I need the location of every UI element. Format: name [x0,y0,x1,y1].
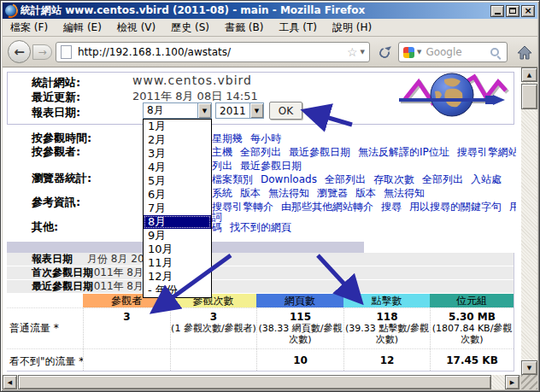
firefox-icon [5,5,16,16]
month-option[interactable]: - 年份 - [144,284,211,297]
pages-value: 10 [257,354,343,366]
month-option[interactable]: 6月 [144,188,211,202]
navigation-toolbar: ← → http://192.168.1.100/awstats/ ☆ ▼ ▼ … [3,37,537,67]
page-content: 統計網站: www.centos.vbird 最近更新: 2011年 8月 08… [3,67,521,375]
nav-link[interactable]: 入站處 [471,173,502,185]
ok-button[interactable]: OK [269,102,302,120]
menu-view[interactable]: 檢視 (V) [109,19,163,37]
nav-link[interactable]: 星期幾 [212,132,243,144]
horizontal-scrollbar[interactable]: ◀ ▶ [3,375,519,389]
visitors-value: 3 [84,311,170,323]
hits-value: 118 [344,311,430,323]
url-text[interactable]: http://192.168.1.100/awstats/ [78,46,344,58]
close-icon: × [524,6,531,15]
maximize-icon [509,8,516,14]
menu-edit[interactable]: 編輯 (E) [56,19,109,37]
vertical-scroll-thumb[interactable] [521,84,537,109]
back-button[interactable]: ← [8,40,31,63]
nav-link[interactable]: 最近參觀日期 [289,146,350,158]
search-placeholder[interactable]: Google [426,46,490,58]
nav-link[interactable]: 列出 [212,160,232,172]
search-magnifier-icon[interactable] [490,48,499,56]
month-select[interactable]: 8月 ▼ [143,102,212,119]
nav-link[interactable]: 存取次數 [373,173,414,185]
menu-bar: 檔案 (F) 編輯 (E) 檢視 (V) 歷史 (S) 書籤 (B) 工具 (T… [3,19,537,37]
date-row-label: 首次參觀日期 [32,266,93,279]
window-title: 統計網站 www.centos.vbird (2011-08) - main -… [21,3,489,18]
nav-link[interactable]: 無法反解譯的IP位址 [358,146,449,158]
minimize-button[interactable] [490,5,504,17]
month-dropdown-list: 1月 2月 3月 4月 5月 6月 7月 8月 9月 10月 11月 12月 -… [143,119,212,298]
menu-tools[interactable]: 工具 (T) [271,19,325,37]
pages-value: 115 [257,311,343,323]
nav-link[interactable]: 搜尋引擎網站 [457,146,516,158]
scroll-down-icon: ▼ [527,365,531,372]
visits-note: (1 參觀次數/參觀者) [171,323,256,334]
awstats-globe-logo [397,71,510,123]
site-label: 統計網站: [32,75,80,91]
month-option[interactable]: 1月 [144,120,211,133]
url-dropdown-caret-icon[interactable]: ▼ [361,49,365,56]
forward-icon: → [38,46,46,58]
scroll-up-icon: ▲ [527,72,531,79]
menu-file[interactable]: 檔案 (F) [3,19,56,37]
reload-button[interactable] [374,43,395,62]
nav-link[interactable]: 全部列出 [240,146,281,158]
google-logo-icon[interactable] [403,47,414,58]
nav-link[interactable]: 版本 [240,187,261,199]
nav-link[interactable]: Downloads [261,173,317,185]
nav-link[interactable]: 最近參觀日期 [240,160,302,172]
site-value: www.centos.vbird [132,73,252,87]
bookmark-star-icon[interactable]: ☆ [347,46,358,58]
menu-bookmarks[interactable]: 書籤 (B) [217,19,271,37]
scroll-right-button[interactable]: ▶ [505,375,519,389]
nav-link[interactable]: 主機 [212,146,232,158]
report-date-label: 報表日期: [32,105,80,120]
nav-link[interactable]: 無法得知 [268,187,309,199]
nav-link[interactable]: 全部列出 [422,173,463,185]
nav-link[interactable]: 碼 [212,221,222,233]
month-option-selected[interactable]: 8月 [144,215,211,229]
month-option[interactable]: 4月 [144,161,211,174]
menu-history[interactable]: 歷史 (S) [163,19,217,37]
menu-help[interactable]: 說明 (H) [325,19,379,37]
month-option[interactable]: 12月 [144,270,211,284]
nav-link[interactable]: 每小時 [250,132,281,144]
search-engine-caret-icon[interactable]: ▼ [417,49,421,56]
month-option[interactable]: 10月 [144,243,211,256]
scroll-up-button[interactable]: ▲ [521,67,537,82]
month-option[interactable]: 5月 [144,174,211,188]
nav-link[interactable]: 版本 [355,187,376,199]
window-resize-grip[interactable] [521,375,537,389]
scroll-left-button[interactable]: ◀ [3,375,17,389]
vertical-scrollbar[interactable]: ▲ ▼ [521,67,537,375]
back-icon: ← [14,44,25,60]
month-option[interactable]: 3月 [144,147,211,161]
nav-link[interactable]: 全部列出 [325,173,366,185]
close-button[interactable]: × [521,5,535,17]
nav-link[interactable]: 檔案類別 [212,173,253,185]
nav-link[interactable]: 系統 [212,187,232,199]
forward-button[interactable]: → [32,44,52,60]
search-input[interactable]: ▼ Google [398,42,508,62]
home-icon [517,45,532,60]
nav-link[interactable]: 瀏覽器 [317,187,348,199]
scroll-down-button[interactable]: ▼ [521,360,537,375]
month-option[interactable]: 9月 [144,229,211,243]
horizontal-scroll-thumb[interactable] [18,375,491,389]
nav-links-row: 星期幾每小時 [212,132,516,144]
nav-link[interactable]: 無法得知 [384,187,425,199]
maximize-button[interactable] [506,5,519,17]
page-icon [61,45,72,59]
month-select-caret-icon[interactable]: ▼ [197,103,211,118]
year-select-caret-icon[interactable]: ▼ [249,103,263,118]
header-pages: 網頁數 [256,294,343,307]
nav-link[interactable]: 找不到的網頁 [230,221,291,233]
date-row-label: 最近參觀日期 [32,280,93,293]
month-option[interactable]: 11月 [144,256,211,270]
home-button[interactable] [513,41,536,63]
month-option[interactable]: 2月 [144,133,211,147]
year-select[interactable]: 2011 ▼ [215,102,264,119]
month-option[interactable]: 7月 [144,202,211,215]
url-input[interactable]: http://192.168.1.100/awstats/ ☆ ▼ [56,42,370,62]
